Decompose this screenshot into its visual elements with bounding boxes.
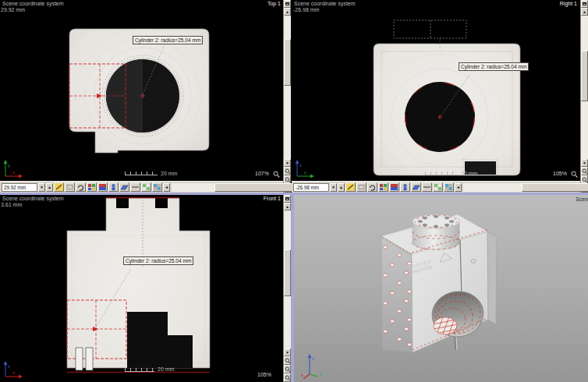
slice-line-icon xyxy=(423,183,431,191)
hscrollbar-track[interactable] xyxy=(463,183,571,192)
zoom-in-icon xyxy=(285,168,290,175)
slice-step-down-button[interactable]: ▼ xyxy=(38,183,45,192)
slice-palette-button[interactable] xyxy=(87,182,97,192)
viewport-front: Scene coordinate system 3.61 mm Front 1 … xyxy=(0,195,291,382)
zoom-fit-button[interactable] xyxy=(284,373,291,382)
slice-rotate-icon xyxy=(368,183,377,191)
axis-v-label: z xyxy=(8,364,10,369)
slice-clip-plane-button[interactable] xyxy=(119,182,129,192)
axis-v-label: z xyxy=(299,163,302,168)
slice-measure-button[interactable] xyxy=(400,182,410,192)
front-slice-canvas[interactable]: Scene coordinate system 3.61 mm Front 1 … xyxy=(0,195,283,382)
scrollbar-track[interactable] xyxy=(284,16,291,159)
scroll-down-button[interactable]: ▼ xyxy=(284,159,291,167)
slice-texture-button[interactable] xyxy=(141,182,151,192)
spin-up-icon: ▲ xyxy=(48,186,51,189)
scroll-up-button[interactable]: ▲ xyxy=(284,8,291,16)
axis-triad: x z xyxy=(2,360,23,380)
slice-palette-button[interactable] xyxy=(378,182,388,192)
hscroll-left-button[interactable]: ◄ xyxy=(163,183,170,192)
coordinate-system-label: Scene coordinate system xyxy=(2,1,64,7)
zoom-out-icon xyxy=(285,177,290,183)
slice-grid-button[interactable] xyxy=(152,182,162,192)
scroll-up-button[interactable]: ▲ xyxy=(284,203,291,210)
scrollbar-thumb[interactable] xyxy=(284,39,291,86)
slice-position-input[interactable]: 29.92 mm xyxy=(2,183,37,192)
scroll-down-button[interactable]: ▼ xyxy=(581,159,588,167)
vertical-scrollbar[interactable]: ▲ ▼ xyxy=(283,0,291,193)
slice-link-button[interactable] xyxy=(65,182,75,192)
scrollbar-thumb[interactable] xyxy=(284,249,291,296)
up-arrow-icon: ▲ xyxy=(285,10,289,14)
scroll-down-button[interactable]: ▼ xyxy=(284,348,291,356)
slice-line-button[interactable] xyxy=(130,182,140,192)
slice-texture-icon xyxy=(142,183,151,191)
scale-bar xyxy=(125,172,158,175)
slice-grid-icon xyxy=(153,183,161,191)
vertical-scrollbar[interactable]: ▲ ▼ xyxy=(580,0,588,193)
viewport-row-divider[interactable] xyxy=(0,193,588,195)
hscroll-left-button[interactable]: ◄ xyxy=(455,183,462,192)
scale-bar-label: 20 mm xyxy=(461,171,477,177)
slice-clip-plane-icon xyxy=(120,183,129,191)
scrollbar-track[interactable] xyxy=(284,210,291,348)
zoom-in-button[interactable] xyxy=(284,356,291,365)
slice-line-button[interactable] xyxy=(422,182,432,192)
slice-step-up-button[interactable]: ▲ xyxy=(46,183,53,192)
slice-palette-icon xyxy=(379,183,388,191)
scale-bar xyxy=(425,172,458,175)
slice-overlay-icon xyxy=(390,183,398,191)
cylinder-annotation[interactable]: Cylinder 2: radius=25.04 mm xyxy=(459,62,529,71)
magnifier-icon[interactable] xyxy=(571,171,578,178)
slice-clip-plane-button[interactable] xyxy=(411,182,421,192)
slice-position-input[interactable]: -26.98 mm xyxy=(293,183,329,192)
slice-step-down-button[interactable]: ▼ xyxy=(330,183,337,192)
slice-edit-button[interactable] xyxy=(54,182,64,192)
right-slice-drawing xyxy=(292,0,580,181)
viewport-right: Scene coordinate system -26.98 mm Right … xyxy=(292,0,588,193)
slice-edit-button[interactable] xyxy=(345,182,356,192)
slice-rotate-button[interactable] xyxy=(367,182,377,192)
slice-overlay-button[interactable] xyxy=(389,182,399,192)
coordinate-system-label: Scene coordinate system xyxy=(2,196,64,202)
slice-link-button[interactable] xyxy=(356,182,367,192)
spin-down-icon: ▼ xyxy=(40,186,44,189)
scale-bar-label: 20 mm xyxy=(161,171,177,177)
vertical-scrollbar[interactable]: ▲ ▼ xyxy=(283,195,291,382)
cylinder-annotation[interactable]: Cylinder 2: radius=25.04 mm xyxy=(133,36,203,44)
hscrollbar-track[interactable] xyxy=(172,183,274,192)
slice-grid-button[interactable] xyxy=(444,182,454,192)
scrollbar-track[interactable] xyxy=(581,16,588,159)
zoom-in-button[interactable] xyxy=(581,167,588,175)
zoom-out-button[interactable] xyxy=(284,365,291,373)
zoom-level-label: 105% xyxy=(257,372,271,377)
top-slice-drawing xyxy=(0,0,283,181)
magnifier-icon[interactable] xyxy=(273,171,280,178)
scroll-up-button[interactable]: ▲ xyxy=(581,8,588,16)
down-arrow-icon: ▼ xyxy=(285,161,289,165)
slice-position-label: -26.98 mm xyxy=(293,7,319,13)
zoom-in-button[interactable] xyxy=(284,167,291,175)
hscrollbar-thumb[interactable] xyxy=(214,183,300,192)
maximize-view-button[interactable] xyxy=(284,195,291,203)
cylinder-annotation[interactable]: Cylinder 2: radius=25.04 mm xyxy=(123,256,193,265)
slice-overlay-button[interactable] xyxy=(97,182,108,192)
maximize-view-button[interactable] xyxy=(284,0,291,8)
spin-up-icon: ▲ xyxy=(339,186,343,189)
slice-rotate-button[interactable] xyxy=(76,182,86,192)
scrollbar-thumb[interactable] xyxy=(581,51,588,101)
viewport-column-divider[interactable] xyxy=(291,195,294,382)
right-slice-canvas[interactable]: Scene coordinate system -26.98 mm Right … xyxy=(292,0,580,181)
scene-3d-canvas[interactable]: PRINTED PHOTON Scene z x y xyxy=(294,195,588,382)
zoom-out-icon xyxy=(582,177,587,183)
top-slice-canvas[interactable]: Scene coordinate system 29.92 mm Top 1 C… xyxy=(0,0,283,181)
slice-toolbar: 29.92 mm ▼ ▲ ◄ ► xyxy=(0,181,283,193)
maximize-view-button[interactable] xyxy=(581,0,588,8)
coordinate-system-label: Scene coordinate system xyxy=(294,1,356,7)
hscrollbar-thumb[interactable] xyxy=(522,183,588,192)
axis-x-label: x xyxy=(301,373,303,377)
slice-step-up-button[interactable]: ▲ xyxy=(338,183,345,192)
slice-measure-button[interactable] xyxy=(108,182,119,192)
slice-texture-button[interactable] xyxy=(433,182,443,192)
axis-y-label: y xyxy=(320,371,322,376)
